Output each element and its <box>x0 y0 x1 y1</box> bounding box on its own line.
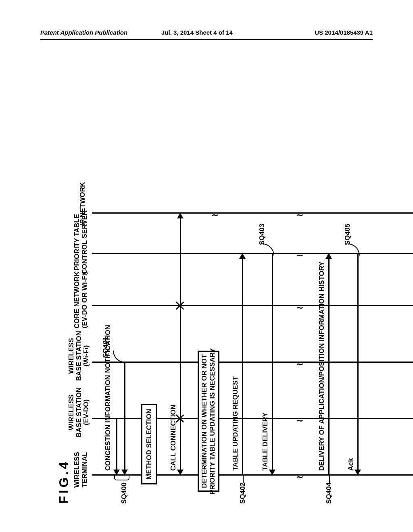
actor-wireless-terminal: WIRELESS TERMINAL <box>73 452 88 488</box>
sq400-bracket <box>114 476 129 480</box>
timebreak-terminal-1: ≀ <box>294 476 305 479</box>
figure-label: FIG.4 <box>56 459 71 504</box>
timebreak-ipnet-1: ≀ <box>294 214 305 217</box>
sq401-label: SQ401 <box>102 337 110 358</box>
xnode-core <box>175 301 184 310</box>
arrow-ack <box>357 254 359 474</box>
header-rule <box>40 39 373 40</box>
actor-base-station-wifi: WIRELESS BASE STATION (Wi-Fi) <box>68 331 90 381</box>
timebreak-wifi-1: ≀ <box>294 363 305 366</box>
box-method-selection: METHOD SELECTION <box>141 404 157 484</box>
box-determination: DETERMINATION ON WHETHER OR NOT PRIORITY… <box>198 351 219 492</box>
lifeline-priority <box>92 253 413 254</box>
header-right: US 2014/0185439 A1 <box>315 29 373 36</box>
arrow-congestion-wifi <box>124 363 125 474</box>
arrow-call-connection <box>180 214 181 474</box>
sq402-leader <box>243 476 244 483</box>
box-determination-text: DETERMINATION ON WHETHER OR NOT PRIORITY… <box>200 348 216 494</box>
label-table-delivery: TABLE DELIVERY <box>261 412 269 471</box>
timebreak-ipnet-0: ≀ <box>210 214 220 217</box>
sq405-label: SQ405 <box>344 224 352 245</box>
sq402-label: SQ402 <box>239 482 247 504</box>
sq400-label: SQ400 <box>120 482 128 504</box>
page: Patent Application Publication Jul. 3, 2… <box>0 0 413 532</box>
timebreak-core-1: ≀ <box>294 306 305 310</box>
sq401-leader <box>113 351 125 363</box>
header-center: Jul. 3, 2014 Sheet 4 of 14 <box>161 29 233 36</box>
lifeline-evdo <box>92 418 413 419</box>
arrow-congestion-evdo <box>116 419 117 474</box>
sq405-leader <box>348 243 360 256</box>
xnode-evdo <box>175 414 184 423</box>
actor-ip-network: IP NETWORK <box>79 182 87 226</box>
sq404-label: SQ404 <box>325 482 333 504</box>
diagram-canvas: FIG.4 WIRELESS TERMINAL WIRELESS BASE ST… <box>56 60 355 504</box>
sq404-leader <box>329 476 330 483</box>
actor-core-network: CORE NETWORK (EV-DO OR Wi-Fi) <box>73 271 88 328</box>
arrow-delivery-history <box>328 254 330 475</box>
box-method-selection-text: METHOD SELECTION <box>145 409 153 480</box>
sq403-label: SQ403 <box>258 224 266 245</box>
header-left: Patent Application Publication <box>40 29 127 36</box>
label-delivery-history: DELIVERY OF APPLICATION/POSITION INFORMA… <box>318 262 326 471</box>
label-ack: Ack <box>347 458 355 471</box>
figure-4-diagram: FIG.4 WIRELESS TERMINAL WIRELESS BASE ST… <box>56 60 355 504</box>
actor-base-station-evdo: WIRELESS BASE STATION (EV-DO) <box>68 387 90 437</box>
arrow-table-updating-request <box>242 254 243 475</box>
timebreak-priority-1: ≀ <box>294 254 305 257</box>
lifeline-core <box>92 305 413 306</box>
lifeline-ipnet <box>92 212 413 214</box>
lifeline-wifi <box>92 362 413 363</box>
lifeline-terminal <box>92 474 413 476</box>
timebreak-evdo-1: ≀ <box>294 419 305 422</box>
label-table-updating-request: TABLE UPDATING REQUEST <box>232 376 240 471</box>
arrow-table-delivery <box>272 254 273 474</box>
sq403-leader <box>262 243 274 256</box>
